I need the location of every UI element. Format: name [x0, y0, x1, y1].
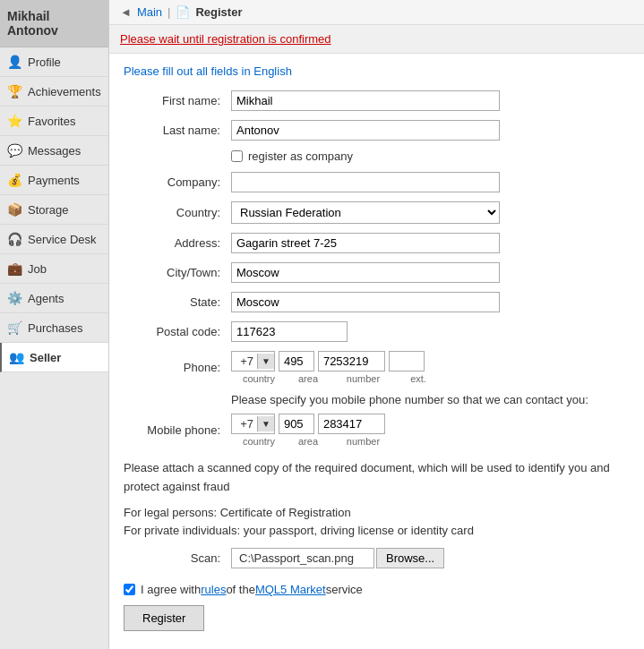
phone-country-selector[interactable]: +7 ▼ [231, 351, 275, 371]
sidebar-item-messages[interactable]: 💬 Messages [0, 136, 108, 166]
mobile-country-selector[interactable]: +7 ▼ [231, 414, 275, 434]
phone-country-arrow-icon[interactable]: ▼ [257, 354, 274, 369]
mobile-country-arrow-icon[interactable]: ▼ [257, 416, 274, 431]
sidebar-item-label: Payments [28, 174, 80, 187]
address-label: Address: [124, 236, 231, 250]
page-title: Mikhail Antonov [0, 0, 108, 47]
phone-label: Phone: [124, 361, 231, 374]
address-row: Address: [124, 233, 630, 253]
nav-separator: | [167, 5, 170, 19]
state-input[interactable] [231, 292, 500, 312]
country-select[interactable]: Russian Federation United States Germany… [231, 201, 500, 224]
first-name-label: First name: [124, 94, 231, 107]
country-row: Country: Russian Federation United State… [124, 201, 630, 224]
sidebar-item-purchases[interactable]: 🛒 Purchases [0, 313, 108, 343]
register-nav-label: Register [195, 5, 242, 19]
phone-number-input[interactable] [318, 351, 385, 371]
scan-browse-button[interactable]: Browse... [376, 548, 444, 568]
scan-label: Scan: [124, 551, 231, 565]
postal-row: Postal code: [124, 321, 630, 342]
sidebar-item-achievements[interactable]: 🏆 Achievements [0, 77, 108, 107]
achievements-icon: 🏆 [7, 84, 22, 98]
mobile-info-text: Please specify you mobile phone number s… [231, 393, 630, 406]
sidebar-item-label: Agents [28, 292, 64, 305]
mobile-phone-inputs: +7 ▼ [231, 414, 397, 434]
sidebar-item-favorites[interactable]: ⭐ Favorites [0, 107, 108, 136]
rules-link[interactable]: rules [201, 583, 226, 596]
job-icon: 💼 [7, 261, 22, 276]
sidebar-item-agents[interactable]: ⚙️ Agents [0, 284, 108, 313]
sidebar-item-label: Purchases [28, 321, 82, 335]
sidebar-item-job[interactable]: 💼 Job [0, 254, 108, 284]
agreement-mid: of the [226, 583, 255, 596]
sidebar-item-payments[interactable]: 💰 Payments [0, 166, 108, 195]
messages-icon: 💬 [7, 143, 22, 158]
sidebar-item-seller[interactable]: 👥 Seller [0, 343, 108, 372]
payments-icon: 💰 [7, 173, 22, 187]
private-persons-text: For private individuals: your passport, … [124, 524, 474, 537]
registration-form: Please fill out all fields in English Fi… [109, 54, 644, 649]
postal-input[interactable] [231, 321, 348, 342]
mobile-phone-labels: country area number [231, 436, 397, 447]
purchases-icon: 🛒 [7, 320, 22, 335]
sidebar-item-label: Job [28, 262, 47, 276]
register-company-label: register as company [248, 149, 353, 163]
favorites-icon: ⭐ [7, 114, 22, 128]
agreement-row: I agree with rules of the MQL5 Market se… [124, 583, 630, 596]
sidebar-item-service-desk[interactable]: 🎧 Service Desk [0, 225, 108, 254]
company-input[interactable] [231, 172, 500, 192]
phone-country-label: country [231, 373, 287, 384]
sidebar-item-label: Service Desk [28, 233, 97, 246]
phone-labels: country area number ext. [231, 373, 436, 384]
mobile-number-input[interactable] [318, 414, 385, 434]
register-company-row: register as company [231, 149, 630, 163]
mobile-area-label: area [290, 436, 326, 447]
agreement-checkbox[interactable] [124, 584, 135, 595]
state-label: State: [124, 295, 231, 309]
scan-filename-input[interactable] [231, 548, 374, 568]
register-company-checkbox[interactable] [231, 150, 243, 162]
back-icon: ◄ [120, 5, 132, 19]
city-label: City/Town: [124, 266, 231, 279]
document-legal-info: For legal persons: Certificate of Regist… [124, 504, 630, 542]
phone-country-value: +7 [232, 352, 257, 371]
city-input[interactable] [231, 262, 500, 283]
sidebar-item-storage[interactable]: 📦 Storage [0, 195, 108, 225]
mobile-country-value: +7 [232, 414, 257, 433]
mql5-link[interactable]: MQL5 Market [255, 583, 326, 596]
phone-ext-label: ext. [400, 373, 436, 384]
sidebar-item-label: Profile [28, 56, 61, 69]
phone-area-input[interactable] [279, 351, 314, 371]
sidebar-item-label: Favorites [28, 115, 75, 128]
legal-persons-text: For legal persons: Certificate of Regist… [124, 506, 351, 519]
form-instruction: Please fill out all fields in English [124, 64, 630, 78]
agents-icon: ⚙️ [7, 291, 22, 305]
profile-icon: 👤 [7, 55, 22, 69]
country-label: Country: [124, 206, 231, 219]
mobile-country-label: country [231, 436, 287, 447]
main-link[interactable]: Main [137, 5, 162, 19]
register-button[interactable]: Register [124, 605, 204, 631]
first-name-row: First name: [124, 90, 630, 111]
phone-group: +7 ▼ country area number ext. [231, 351, 436, 384]
sidebar-item-profile[interactable]: 👤 Profile [0, 47, 108, 77]
company-label: Company: [124, 175, 231, 189]
sidebar-item-label: Storage [28, 203, 69, 217]
mobile-area-input[interactable] [279, 414, 314, 434]
phone-number-label: number [330, 373, 397, 384]
last-name-input[interactable] [231, 120, 500, 141]
sidebar-item-label: Achievements [28, 85, 101, 98]
phone-inputs: +7 ▼ [231, 351, 436, 371]
address-input[interactable] [231, 233, 500, 253]
last-name-row: Last name: [124, 120, 630, 141]
mobile-phone-row: Mobile phone: +7 ▼ country area number [124, 414, 630, 447]
scan-row: Scan: Browse... [124, 548, 630, 568]
seller-icon: 👥 [9, 350, 24, 364]
phone-ext-input[interactable] [389, 351, 425, 371]
mobile-number-label: number [330, 436, 397, 447]
company-row: Company: [124, 172, 630, 192]
phone-area-label: area [290, 373, 326, 384]
first-name-input[interactable] [231, 90, 500, 111]
service-desk-icon: 🎧 [7, 232, 22, 246]
mobile-phone-group: +7 ▼ country area number [231, 414, 397, 447]
